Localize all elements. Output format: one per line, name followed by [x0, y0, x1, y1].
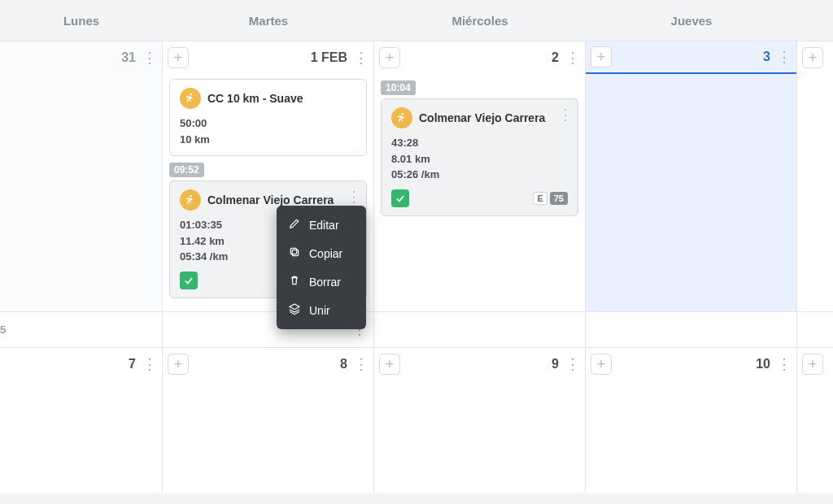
weekday-header-row: Lunes Martes Miércoles Jueves	[0, 0, 833, 41]
activity-card[interactable]: CC 10 km - Suave 50:00 10 km	[169, 79, 367, 156]
menu-label: Unir	[309, 304, 330, 317]
add-activity-button[interactable]: +	[591, 354, 612, 375]
card-menu-icon[interactable]: ⋮	[347, 188, 361, 206]
calendar-grid: Lunes Martes Miércoles Jueves 31 ⋮ + 1 F…	[0, 0, 833, 493]
day-number: 8	[340, 357, 347, 371]
weekday-mon: Lunes	[0, 0, 163, 41]
day-cell-tue-1[interactable]: + 1 FEB ⋮ CC 10 km - Suave 50:00	[163, 41, 374, 311]
activity-title: Colmenar Viejo Carrera	[207, 193, 334, 206]
day-number: 10	[756, 357, 770, 371]
svg-rect-1	[290, 248, 296, 254]
menu-label: Borrar	[309, 276, 341, 289]
weekday-wed: Miércoles	[374, 0, 586, 41]
day-cell-thu-10[interactable]: + 10 ⋮	[586, 348, 797, 493]
day-menu-icon[interactable]: ⋮	[354, 47, 369, 68]
completed-check-icon	[391, 189, 409, 207]
activity-title: Colmenar Viejo Carrera	[419, 111, 545, 124]
activity-stat: 10 km	[180, 132, 356, 148]
add-activity-button[interactable]: +	[379, 47, 400, 68]
add-activity-button[interactable]: +	[168, 47, 189, 68]
day-menu-icon[interactable]: ⋮	[777, 46, 792, 67]
running-icon	[180, 88, 201, 109]
day-menu-icon[interactable]: ⋮	[777, 354, 792, 375]
context-menu: Editar Copiar Borrar Unir	[277, 206, 366, 329]
menu-label: Copiar	[309, 247, 342, 260]
day-cell-thu-3[interactable]: + 3 ⋮	[586, 41, 797, 311]
day-menu-icon[interactable]: ⋮	[565, 47, 580, 68]
menu-item-delete[interactable]: Borrar	[277, 267, 366, 296]
day-number: 9	[552, 357, 559, 371]
add-activity-button[interactable]: +	[168, 354, 189, 375]
running-icon	[180, 189, 201, 211]
activity-stat: 8.01 km	[391, 151, 568, 167]
activity-stat: 05:26 /km	[391, 167, 568, 183]
day-cell-wed-9[interactable]: + 9 ⋮	[374, 348, 586, 493]
activity-stat: 50:00	[180, 115, 356, 132]
day-menu-icon[interactable]: ⋮	[142, 47, 157, 68]
day-number: 7	[129, 357, 136, 371]
summary-partial: 5	[0, 324, 6, 336]
trash-icon	[288, 274, 301, 289]
add-activity-button[interactable]: +	[591, 46, 612, 67]
activity-stat: 43:28	[391, 135, 568, 151]
layers-icon	[288, 302, 301, 318]
day-cell-mon-31[interactable]: 31 ⋮	[0, 41, 163, 311]
completed-check-icon	[180, 272, 198, 289]
day-menu-icon[interactable]: ⋮	[565, 354, 580, 375]
day-cell-mon-7[interactable]: 7 ⋮	[0, 348, 163, 493]
weekday-overflow	[797, 0, 833, 41]
week-summary-row: 5 ⋮	[0, 311, 833, 347]
week-row-1: 31 ⋮ + 1 FEB ⋮ CC 10	[0, 41, 833, 311]
day-number: 3	[763, 50, 770, 64]
day-menu-icon[interactable]: ⋮	[142, 354, 157, 375]
card-menu-icon[interactable]: ⋮	[558, 106, 573, 124]
pencil-icon	[288, 217, 301, 232]
weekday-tue: Martes	[163, 0, 374, 41]
activity-card[interactable]: ⋮ Colmenar Viejo Carrera 43:28 8.01 km 0…	[381, 98, 578, 216]
time-chip: 09:52	[169, 163, 204, 177]
menu-label: Editar	[309, 219, 339, 232]
day-cell-tue-8[interactable]: + 8 ⋮	[163, 348, 374, 493]
day-number: 1 FEB	[311, 50, 347, 65]
menu-item-copy[interactable]: Copiar	[277, 239, 366, 267]
menu-item-edit[interactable]: Editar	[277, 211, 366, 239]
activity-title: CC 10 km - Suave	[207, 92, 303, 105]
add-activity-button[interactable]: +	[379, 354, 400, 375]
day-cell-wed-2[interactable]: + 2 ⋮ 10:04 ⋮ Colmenar Viejo Carrera	[374, 41, 586, 311]
day-menu-icon[interactable]: ⋮	[354, 354, 369, 375]
effort-badge: E 75	[533, 192, 568, 205]
effort-label: E	[533, 192, 547, 205]
day-cell-overflow[interactable]: +	[797, 348, 833, 493]
weekday-thu: Jueves	[586, 0, 797, 41]
week-row-2: 7 ⋮ + 8 ⋮ + 9 ⋮ +	[0, 347, 833, 493]
add-activity-button[interactable]: +	[802, 47, 823, 68]
running-icon	[391, 107, 412, 128]
svg-rect-0	[292, 250, 298, 255]
day-number: 31	[121, 50, 136, 65]
time-chip: 10:04	[381, 80, 416, 95]
day-cell-overflow[interactable]: +	[797, 41, 833, 311]
menu-item-merge[interactable]: Unir	[277, 296, 366, 324]
copy-icon	[288, 245, 301, 261]
add-activity-button[interactable]: +	[802, 354, 823, 375]
day-number: 2	[552, 50, 559, 65]
effort-value: 75	[550, 192, 568, 205]
